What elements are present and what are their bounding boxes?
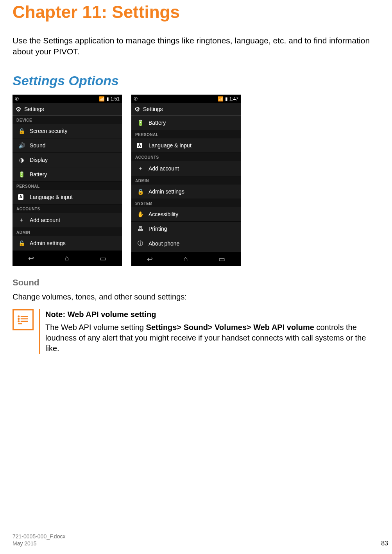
settings-row-admin[interactable]: 🔒 Admin settings xyxy=(131,185,241,199)
home-button[interactable]: ⌂ xyxy=(65,254,69,262)
phone-screenshot-1: ✆ 📶 ▮ 1:51 ⚙ Settings DEVICE 🔒 Screen se… xyxy=(13,95,122,266)
phone-icon: ✆ xyxy=(134,96,138,102)
wifi-icon: 📶 xyxy=(99,96,105,102)
note-list-icon xyxy=(13,309,34,330)
gear-icon: ⚙ xyxy=(16,106,21,113)
row-label: Battery xyxy=(149,120,166,126)
screenshot-row: ✆ 📶 ▮ 1:51 ⚙ Settings DEVICE 🔒 Screen se… xyxy=(13,95,379,266)
hand-icon: ✋ xyxy=(137,211,144,217)
row-label: Display xyxy=(30,157,48,163)
android-nav-bar: ↩ ⌂ ▭ xyxy=(13,251,122,265)
back-button[interactable]: ↩ xyxy=(28,254,34,263)
row-label: Battery xyxy=(30,171,47,177)
row-label: Admin settings xyxy=(30,240,66,246)
app-title: Settings xyxy=(24,106,44,112)
language-icon: A xyxy=(18,194,25,200)
lock-icon: 🔒 xyxy=(18,240,25,246)
footer-doc-name: 721-0005-000_F.docx xyxy=(13,533,65,540)
settings-row-battery[interactable]: 🔋 Battery xyxy=(13,167,122,182)
wifi-icon: 📶 xyxy=(218,96,224,102)
language-icon: A xyxy=(137,143,144,148)
settings-row-about[interactable]: ⓘ About phone xyxy=(131,236,241,251)
row-label: About phone xyxy=(149,240,179,247)
status-time: 1:47 xyxy=(229,96,238,102)
row-label: Admin settings xyxy=(149,188,184,195)
settings-row-add-account[interactable]: ＋ Add account xyxy=(13,213,122,228)
section-header: PERSONAL xyxy=(131,130,241,138)
sound-icon: 🔊 xyxy=(18,142,25,149)
settings-row-accessibility[interactable]: ✋ Accessibility xyxy=(131,207,241,222)
lock-icon: 🔒 xyxy=(137,188,144,195)
section-header: ADMIN xyxy=(131,176,241,185)
section-header: ACCOUNTS xyxy=(131,153,241,161)
battery-icon: ▮ xyxy=(106,96,109,102)
section-header: PERSONAL xyxy=(13,182,122,190)
settings-row-add-account[interactable]: ＋ Add account xyxy=(131,161,241,176)
row-label: Screen security xyxy=(30,128,67,134)
row-label: Accessibility xyxy=(149,211,178,217)
home-button[interactable]: ⌂ xyxy=(184,255,188,263)
settings-row-language[interactable]: A Language & input xyxy=(131,138,241,153)
sound-description: Change volumes, tones, and other sound s… xyxy=(13,292,379,301)
row-label: Language & input xyxy=(149,142,192,149)
phone-screenshot-2: ✆ 📶 ▮ 1:47 ⚙ Settings 🔋 Battery PERSONAL… xyxy=(131,95,241,266)
note-divider xyxy=(39,309,40,354)
android-nav-bar: ↩ ⌂ ▭ xyxy=(131,251,241,266)
settings-row-battery[interactable]: 🔋 Battery xyxy=(131,116,241,130)
phone-icon: ✆ xyxy=(15,96,19,102)
row-label: Sound xyxy=(30,142,45,149)
chapter-title: Chapter 11: Settings xyxy=(13,2,379,22)
section-title: Settings Options xyxy=(13,73,379,88)
sub-heading-sound: Sound xyxy=(13,278,379,288)
row-label: Printing xyxy=(149,226,167,232)
section-header: ADMIN xyxy=(13,228,122,236)
svg-point-5 xyxy=(18,321,20,322)
info-icon: ⓘ xyxy=(137,240,144,247)
settings-row-language[interactable]: A Language & input xyxy=(13,190,122,204)
plus-icon: ＋ xyxy=(18,217,25,224)
note-text: The Web API volume setting Settings> Sou… xyxy=(45,322,379,354)
note-block: Note: Web API volume setting The Web API… xyxy=(13,309,379,354)
row-label: Language & input xyxy=(30,194,73,200)
battery-icon: 🔋 xyxy=(18,171,25,177)
intro-paragraph: Use the Settings application to manage t… xyxy=(13,35,379,57)
svg-point-4 xyxy=(18,318,20,319)
settings-row-printing[interactable]: 🖶 Printing xyxy=(131,222,241,236)
battery-icon: 🔋 xyxy=(137,120,144,126)
display-icon: ◑ xyxy=(18,157,25,163)
plus-icon: ＋ xyxy=(137,165,144,172)
settings-row-sound[interactable]: 🔊 Sound xyxy=(13,138,122,153)
note-body: Note: Web API volume setting The Web API… xyxy=(45,309,379,354)
battery-icon: ▮ xyxy=(225,96,228,102)
status-time: 1:51 xyxy=(111,96,120,102)
recent-button[interactable]: ▭ xyxy=(218,255,225,264)
settings-row-display[interactable]: ◑ Display xyxy=(13,153,122,167)
gear-icon: ⚙ xyxy=(134,106,140,113)
page-footer: 721-0005-000_F.docx May 2015 83 xyxy=(13,533,388,547)
row-label: Add account xyxy=(30,217,60,223)
svg-point-3 xyxy=(18,316,20,317)
section-header: DEVICE xyxy=(13,116,122,124)
settings-row-admin[interactable]: 🔒 Admin settings xyxy=(13,236,122,251)
lock-icon: 🔒 xyxy=(18,128,25,134)
status-bar: ✆ 📶 ▮ 1:51 xyxy=(13,95,122,103)
section-header: SYSTEM xyxy=(131,199,241,207)
status-bar: ✆ 📶 ▮ 1:47 xyxy=(131,95,241,103)
settings-row-screen-security[interactable]: 🔒 Screen security xyxy=(13,124,122,138)
footer-date: May 2015 xyxy=(13,540,65,547)
page-number: 83 xyxy=(381,540,388,547)
print-icon: 🖶 xyxy=(137,226,144,232)
back-button[interactable]: ↩ xyxy=(147,255,153,264)
app-title-bar: ⚙ Settings xyxy=(13,103,122,116)
note-title: Note: Web API volume setting xyxy=(45,309,379,320)
app-title: Settings xyxy=(143,106,163,112)
section-header: ACCOUNTS xyxy=(13,204,122,213)
recent-button[interactable]: ▭ xyxy=(100,254,106,263)
row-label: Add account xyxy=(149,165,179,172)
app-title-bar: ⚙ Settings xyxy=(131,103,241,116)
